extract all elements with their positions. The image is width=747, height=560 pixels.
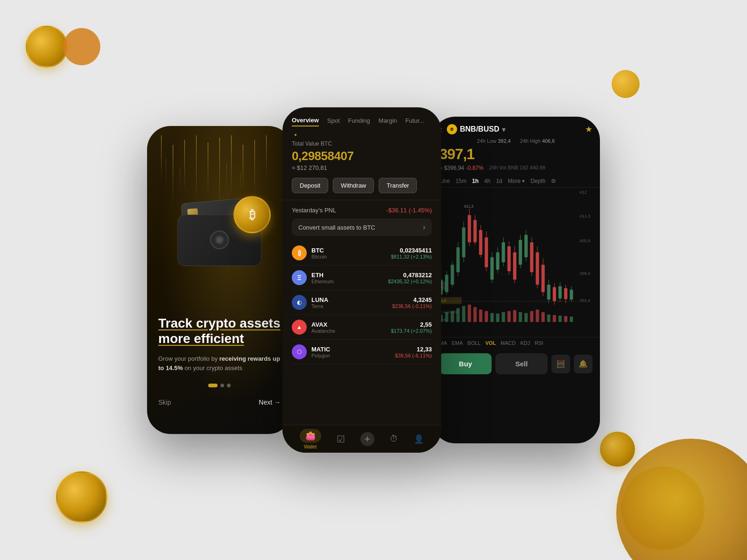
tab-funding[interactable]: Funding [348,117,370,126]
avax-amount: 2,55 [391,321,432,328]
svg-rect-77 [536,309,539,322]
tab-margin[interactable]: Margin [379,117,397,126]
calculator-button[interactable]: 🧮 [551,355,570,373]
alert-button[interactable]: 🔔 [574,355,592,373]
onboarding-content: Track crypto assets more efficient Grow … [147,304,292,434]
svg-rect-81 [558,315,562,322]
high-label: 24h High 406,6 [520,138,555,144]
eth-usd: $2435,32 (+0.12%) [388,279,432,284]
ind-vol[interactable]: VOL [485,340,496,346]
tb-more[interactable]: More ▾ [508,178,525,184]
chart-svg: 412 411,3 405,8 398,4 392,4 [436,188,596,337]
nav-add[interactable]: + [360,432,374,446]
pagination-dots [158,384,281,387]
tb-15m[interactable]: 15m [456,178,466,184]
ind-macd[interactable]: MACD [500,340,515,346]
nav-wallet-label: Wallet [304,444,317,449]
skip-button[interactable]: Skip [158,399,171,406]
transfer-button[interactable]: Transfer [379,178,417,193]
favorite-star[interactable]: ★ [585,124,592,134]
ind-boll[interactable]: BOLL [467,340,480,346]
luna-symbol: LUNA [311,296,392,303]
buy-button[interactable]: Buy [439,353,492,374]
total-usd-value: ≈ $12 270,81 [292,164,432,171]
deposit-button[interactable]: Deposit [292,178,328,193]
nav-wallet[interactable]: 👛 Wallet [300,429,321,449]
btc-values: 0,02345411 $811,32 (+2.13%) [391,247,432,259]
clasp-inner [215,236,224,244]
phone-trading: ‹ B BNB/BUSD ▾ ★ 24h Low 392,4 24h High … [432,117,600,443]
matic-icon: ⬡ [292,344,307,359]
svg-rect-73 [513,310,516,322]
candlestick-chart: 412 411,3 405,8 398,4 392,4 [432,188,600,337]
avax-icon: ▲ [292,320,307,335]
asset-row-avax[interactable]: ▲ AVAX Avalanche 2,55 $173.74 (+2.07%) [292,315,432,340]
tb-1h[interactable]: 1h [472,178,479,184]
ind-rsi[interactable]: RSI [535,340,543,346]
tb-depth[interactable]: Depth [530,178,545,184]
matic-symbol: MATIC [311,346,395,353]
tb-4h[interactable]: 4h [484,178,490,184]
deco-coin-bottom-right [621,467,705,551]
asset-row-luna[interactable]: ◐ LUNA Terra 4,3245 $236,56 (-0.11%) [292,290,432,315]
chart-toolbar: Line 15m 1h 4h 1d More ▾ Depth ⚙ [432,175,600,188]
nav-check[interactable]: ☑ [337,434,345,445]
tab-overview[interactable]: Overview [292,117,319,126]
convert-row[interactable]: Convert small assets to BTC › [292,218,432,236]
total-label: Total Value BTC [292,140,432,147]
svg-rect-83 [570,316,573,322]
pnl-row: Yestarday's PNL -$36.11 (-1.45%) [282,207,441,214]
svg-rect-72 [507,311,511,322]
svg-text:398,4: 398,4 [580,271,591,275]
eth-info: ETH Ethereum [311,272,388,284]
dot-2 [220,384,224,387]
withdraw-button[interactable]: Withdraw [333,178,374,193]
trade-buttons: Buy Sell 🧮 🔔 [432,349,600,379]
svg-text:411,3: 411,3 [580,214,591,218]
pair-name[interactable]: BNB/BUSD [460,125,499,133]
asset-row-eth[interactable]: Ξ ETH Ethereum 0,4783212 $2435,32 (+0.12… [292,266,432,290]
ind-kdj[interactable]: KDJ [521,340,530,346]
btc-icon: ₿ [292,245,307,260]
total-btc-value: 0,29858407 [292,149,432,163]
tab-spot[interactable]: Spot [327,117,340,126]
price-approx: ≈ $396,94 -0.87% [439,165,484,171]
price-sub-row: ≈ $396,94 -0.87% 24h Vol BNB 182 440,99 [439,164,592,171]
action-buttons: Deposit Withdraw Transfer [292,178,432,193]
phones-container: B5.B00 ₿ Track crypto assets more effici… [147,107,600,453]
svg-text:392,4: 392,4 [580,298,591,303]
tb-settings[interactable]: ⚙ [551,178,556,184]
24h-stats-row: 24h Low 392,4 24h High 406,6 [432,138,600,146]
sell-button[interactable]: Sell [495,353,548,374]
svg-rect-76 [530,311,533,322]
nav-history[interactable]: ⏱ [390,434,398,444]
wallet-header: Overview Spot Funding Margin Futur... To… [282,107,441,193]
svg-rect-75 [524,313,528,322]
ind-ema[interactable]: EMA [452,340,463,346]
bottom-nav: 👛 Wallet ☑ + ⏱ 👤 [282,425,441,453]
pnl-value: -$36.11 (-1.45%) [386,207,432,214]
deco-bg-circle-right [616,439,747,560]
deco-circle-top-left [63,28,100,65]
vol-info: 24h Vol BNB 182 440,99 [489,165,546,170]
avax-symbol: AVAX [311,321,391,328]
svg-rect-66 [473,307,477,322]
nav-profile[interactable]: 👤 [414,434,424,444]
onboarding-subtitle: Grow your portfolio by receiving rewards… [158,354,281,372]
wallet-illustration: B5.B00 ₿ [173,191,266,266]
phone-onboarding: B5.B00 ₿ Track crypto assets more effici… [147,126,292,434]
low-value: 392,4 [498,138,511,144]
asset-row-btc[interactable]: ₿ BTC Bitcoin 0,02345411 $811,32 (+2.13%… [292,241,432,266]
svg-text:411,3: 411,3 [464,203,474,208]
next-button[interactable]: Next → [259,399,281,406]
tab-futures[interactable]: Futur... [405,117,424,126]
asset-row-matic[interactable]: ⬡ MATIC Polygon 12,33 $39,56 (-6.11%) [292,340,432,364]
high-value: 406,6 [542,138,555,144]
dot-1 [208,384,218,387]
btc-amount: 0,02345411 [391,247,432,254]
matic-values: 12,33 $39,56 (-6.11%) [395,346,432,358]
tb-1d[interactable]: 1d [496,178,502,184]
clock-icon: ⏱ [390,434,398,444]
user-icon: 👤 [414,434,424,444]
price-area: 397,1 ≈ $396,94 -0.87% 24h Vol BNB 182 4… [432,146,600,175]
